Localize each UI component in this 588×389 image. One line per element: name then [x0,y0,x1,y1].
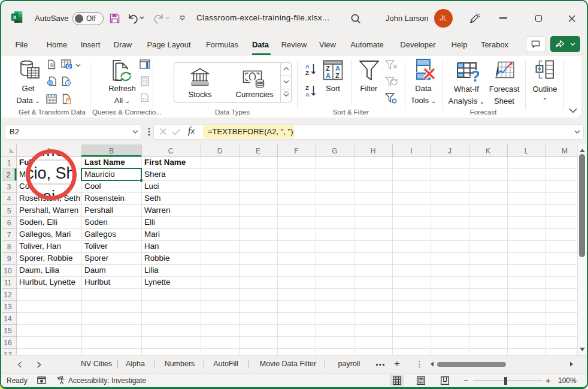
svg-text:A: A [305,91,310,98]
svg-text:12: 12 [4,291,12,299]
svg-text:13: 13 [4,303,12,311]
svg-text:17: 17 [4,351,12,355]
svg-text:6: 6 [7,219,11,227]
svg-text:H: H [371,147,376,155]
svg-text:C: C [168,147,174,155]
svg-text:?: ? [471,67,479,83]
svg-text:A: A [335,65,340,72]
svg-text:J: J [448,147,451,155]
svg-text:Z: Z [305,70,309,76]
svg-text:2: 2 [7,171,11,179]
svg-text:8: 8 [7,243,11,251]
svg-text:X: X [13,14,17,20]
svg-text:5: 5 [7,207,11,215]
svg-text:B: B [109,147,114,155]
svg-text:A: A [305,63,310,70]
svg-text:3: 3 [7,183,11,191]
svg-text:10: 10 [4,267,12,275]
svg-text:G: G [332,147,337,155]
svg-text:Z: Z [326,65,330,72]
svg-text:K: K [486,147,490,155]
svg-text:16: 16 [4,339,12,347]
svg-text:Z: Z [335,72,340,79]
svg-text:1: 1 [7,159,11,167]
svg-text:9: 9 [7,255,11,263]
svg-text:4: 4 [7,195,11,203]
svg-text:E: E [256,147,260,155]
svg-text:D: D [217,147,223,155]
svg-text:A: A [326,72,331,79]
svg-text:14: 14 [4,315,12,323]
svg-text:F: F [294,147,298,155]
svg-text:7: 7 [7,231,11,239]
svg-text:Z: Z [305,85,309,91]
svg-text:L: L [525,147,529,155]
svg-text:M: M [562,147,568,155]
svg-text:15: 15 [4,327,12,335]
svg-text:11: 11 [4,279,12,287]
svg-text:I: I [410,147,412,155]
